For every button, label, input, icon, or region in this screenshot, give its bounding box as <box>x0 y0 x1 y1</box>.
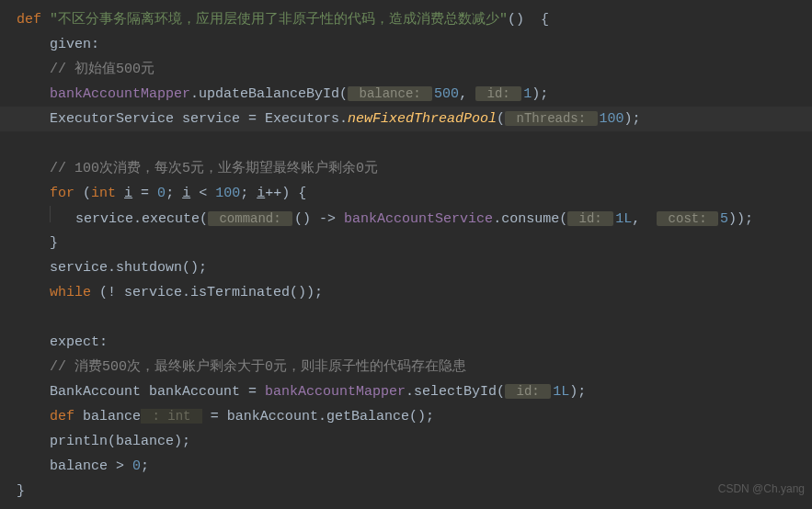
comment: // 初始值500元 <box>50 62 154 77</box>
param-hint: id: <box>567 211 613 226</box>
param-hint: cost: <box>657 211 718 226</box>
param-hint: balance: <box>348 86 432 101</box>
variable: i <box>257 186 265 201</box>
code-line: // 初始值500元 <box>17 57 812 82</box>
code-line: given: <box>17 32 812 57</box>
field: bankAccountService <box>344 211 493 227</box>
code-line: } <box>17 231 812 255</box>
variable: i <box>182 186 190 201</box>
param-hint: id: <box>475 86 521 101</box>
number: 1 <box>523 86 532 102</box>
field: bankAccountMapper <box>265 384 406 400</box>
param-hint: command: <box>208 211 292 226</box>
keyword-int: int <box>91 186 116 201</box>
param-hint: nThreads: <box>505 111 597 126</box>
comment: // 100次消费，每次5元，业务期望最终账户剩余0元 <box>50 161 378 176</box>
keyword-while: while <box>50 285 91 300</box>
label: expect: <box>50 334 108 350</box>
number: 0 <box>157 186 166 201</box>
number: 1L <box>553 384 569 400</box>
code-line: def "不区分事务隔离环境，应用层使用了非原子性的代码，造成消费总数减少"()… <box>17 7 812 32</box>
code-line-current: ExecutorService service = Executors.newF… <box>0 107 812 131</box>
keyword-def: def <box>17 12 41 28</box>
number: 5 <box>720 211 728 227</box>
keyword-def: def <box>50 409 74 424</box>
static-method: newFixedThreadPool <box>348 111 497 127</box>
variable: i <box>124 186 132 201</box>
param-hint: id: <box>505 384 551 399</box>
code-line: while (! service.isTerminated()); <box>17 280 812 305</box>
number: 0 <box>132 458 141 474</box>
code-line: // 消费500次，最终账户剩余大于0元，则非原子性的代码存在隐患 <box>17 355 812 379</box>
number: 100 <box>600 111 624 127</box>
code-line: // 100次消费，每次5元，业务期望最终账户剩余0元 <box>17 156 812 181</box>
code-line-blank <box>17 305 812 330</box>
code-line: BankAccount bankAccount = bankAccountMap… <box>17 379 812 404</box>
number: 1L <box>615 211 632 227</box>
code-line: def balance : int = bankAccount.getBalan… <box>17 404 812 429</box>
code-line: service.execute( command: () -> bankAcco… <box>17 206 812 231</box>
code-line: } <box>17 479 812 503</box>
code-line: expect: <box>17 330 812 355</box>
number: 100 <box>215 186 240 201</box>
keyword-for: for <box>50 186 74 201</box>
code-line: service.shutdown(); <box>17 255 812 280</box>
label: given: <box>50 37 99 52</box>
field: bankAccountMapper <box>50 86 190 102</box>
number: 500 <box>434 86 459 102</box>
code-line-blank <box>17 131 812 156</box>
code-line: balance > 0; <box>17 454 812 479</box>
string-literal: "不区分事务隔离环境，应用层使用了非原子性的代码，造成消费总数减少" <box>50 12 508 28</box>
code-editor[interactable]: def "不区分事务隔离环境，应用层使用了非原子性的代码，造成消费总数减少"()… <box>0 0 812 503</box>
watermark: CSDN @Ch.yang <box>718 477 805 502</box>
type-hint: : int <box>141 409 202 424</box>
code-line: for (int i = 0; i < 100; i++) { <box>17 181 812 206</box>
code-line: bankAccountMapper.updateBalanceById( bal… <box>17 82 812 107</box>
comment: // 消费500次，最终账户剩余大于0元，则非原子性的代码存在隐患 <box>50 359 466 375</box>
code-line: println(balance); <box>17 429 812 454</box>
